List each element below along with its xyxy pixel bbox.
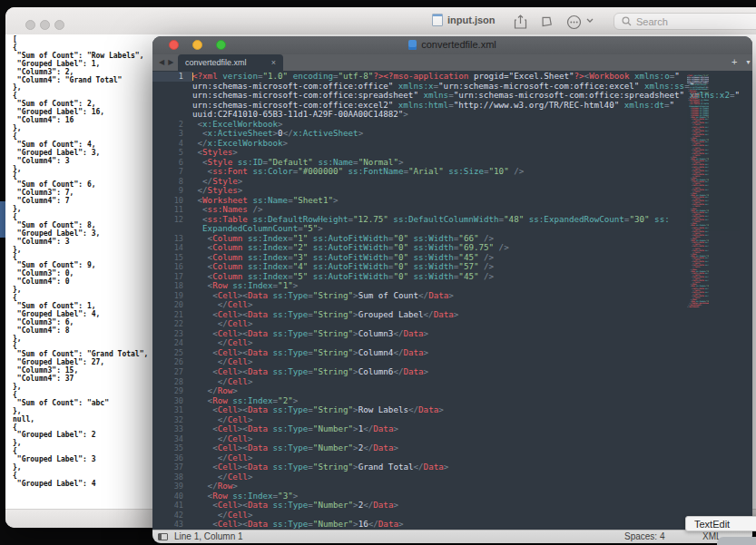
zoom-button[interactable] [54,20,64,30]
tab-label: convertedfile.xml [185,58,247,67]
tab-close-icon[interactable]: × [271,58,276,67]
window-title: input.json [432,14,496,26]
search-input[interactable]: Search [614,13,756,30]
tag-icon[interactable] [539,15,554,29]
textedit-tooltip: TextEdit [685,516,756,531]
minimap[interactable]: <?xml version="1.0" encoding="utf-8"?><?… [687,74,709,308]
chevron-down-icon[interactable] [586,18,594,24]
document-icon [432,14,443,26]
sidebar-toggle-icon[interactable] [158,533,168,540]
share-icon[interactable] [514,15,527,30]
back-icon[interactable]: ◀ [159,58,168,66]
line-number-gutter: 1234567891011121314151617181920212223242… [152,71,192,530]
code-text[interactable]: <?xml version="1.0" encoding="utf-8"?><?… [192,71,752,530]
more-actions-icon[interactable] [566,15,582,30]
editor-window[interactable]: convertedfile.xml ◀▶ convertedfile.xml ×… [152,36,752,543]
tab-overflow-icon[interactable]: ▼ [745,59,751,65]
editor-statusbar: Line 1, Column 1 Spaces: 4 XML [152,530,752,543]
cursor-position: Line 1, Column 1 [174,531,243,541]
textedit-titlebar[interactable]: input.json [5,7,756,35]
search-placeholder: Search [636,16,668,27]
search-icon [622,16,632,26]
code-editor[interactable]: 1234567891011121314151617181920212223242… [152,71,752,530]
indent-setting[interactable]: Spaces: 4 [624,531,664,541]
desktop: input.json [0,0,756,545]
forward-icon[interactable]: ▶ [168,58,177,66]
window-title-text: input.json [447,15,496,25]
tab-bar[interactable]: ◀▶ convertedfile.xml × + ▼ [152,54,752,71]
minimize-button[interactable] [40,20,50,30]
editor-titlebar[interactable]: convertedfile.xml [152,36,752,55]
window-title-text: convertedfile.xml [421,39,496,50]
new-tab-icon[interactable]: + [731,56,737,67]
tab-convertedfile-xml[interactable]: convertedfile.xml × [178,54,283,71]
tab-nav-arrows[interactable]: ◀▶ [159,58,177,66]
window-title: convertedfile.xml [152,39,752,50]
xml-document-icon [408,40,417,50]
close-button[interactable] [25,20,35,30]
dock-edge [717,537,756,545]
